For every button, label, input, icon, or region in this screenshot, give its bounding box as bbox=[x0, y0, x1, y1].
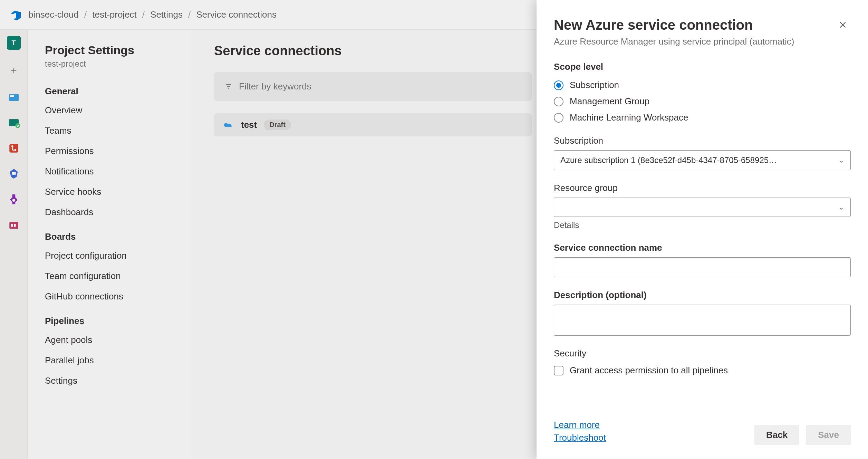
scope-ml-workspace-radio[interactable]: Machine Learning Workspace bbox=[554, 112, 851, 123]
chevron-down-icon: ⌄ bbox=[838, 156, 844, 165]
svg-point-8 bbox=[12, 199, 15, 202]
nav-overview[interactable]: Overview bbox=[45, 105, 176, 116]
add-project-button[interactable]: ＋ bbox=[7, 64, 21, 77]
close-icon bbox=[838, 20, 847, 29]
settings-sidebar: Project Settings test-project General Ov… bbox=[28, 30, 193, 459]
scope-subscription-radio[interactable]: Subscription bbox=[554, 80, 851, 90]
radio-label: Machine Learning Workspace bbox=[570, 112, 688, 123]
breadcrumb-sep: / bbox=[84, 9, 87, 20]
nav-github-connections[interactable]: GitHub connections bbox=[45, 291, 176, 302]
connection-name-label: Service connection name bbox=[554, 242, 851, 253]
icon-rail: T ＋ bbox=[0, 30, 28, 459]
back-button[interactable]: Back bbox=[754, 425, 799, 445]
breadcrumb-sep: / bbox=[188, 9, 191, 20]
connection-name-input[interactable] bbox=[554, 257, 851, 277]
chevron-down-icon: ⌄ bbox=[838, 203, 844, 212]
grant-access-checkbox-row[interactable]: Grant access permission to all pipelines bbox=[554, 365, 851, 376]
breadcrumb-settings[interactable]: Settings bbox=[150, 9, 183, 20]
azure-devops-logo[interactable] bbox=[10, 9, 21, 20]
description-label: Description (optional) bbox=[554, 290, 851, 300]
svg-rect-7 bbox=[12, 172, 16, 175]
checkbox-unchecked-icon bbox=[554, 366, 563, 375]
radio-label: Subscription bbox=[570, 80, 619, 90]
panel-title: New Azure service connection bbox=[554, 17, 794, 33]
resource-group-label: Resource group bbox=[554, 183, 851, 193]
repos-icon[interactable] bbox=[8, 117, 20, 128]
filter-icon bbox=[224, 83, 233, 91]
breadcrumb-sep: / bbox=[142, 9, 145, 20]
nav-teams[interactable]: Teams bbox=[45, 125, 176, 136]
scope-level-label: Scope level bbox=[554, 61, 851, 72]
sidebar-subtitle: test-project bbox=[45, 59, 176, 69]
cloud-icon bbox=[223, 121, 234, 129]
svg-rect-1 bbox=[10, 95, 13, 97]
svg-rect-10 bbox=[11, 224, 13, 227]
breadcrumb-org[interactable]: binsec-cloud bbox=[28, 9, 79, 20]
project-tile[interactable]: T bbox=[7, 36, 21, 50]
svg-rect-4 bbox=[9, 144, 18, 153]
connection-row[interactable]: test Draft bbox=[214, 113, 532, 136]
radio-unchecked-icon bbox=[554, 97, 563, 106]
extensions-icon[interactable] bbox=[8, 219, 20, 231]
learn-more-link[interactable]: Learn more bbox=[554, 420, 606, 430]
nav-project-config[interactable]: Project configuration bbox=[45, 250, 176, 261]
close-button[interactable] bbox=[835, 17, 851, 34]
status-badge: Draft bbox=[264, 119, 291, 130]
checkbox-label: Grant access permission to all pipelines bbox=[570, 365, 728, 376]
test-plans-icon[interactable] bbox=[8, 168, 20, 180]
subscription-select[interactable]: Azure subscription 1 (8e3ce52f-d45b-4347… bbox=[554, 150, 851, 170]
security-label: Security bbox=[554, 348, 851, 359]
radio-label: Management Group bbox=[570, 96, 649, 107]
artifacts-icon[interactable] bbox=[8, 193, 20, 205]
nav-dashboards[interactable]: Dashboards bbox=[45, 207, 176, 218]
breadcrumb-project[interactable]: test-project bbox=[92, 9, 137, 20]
nav-team-config[interactable]: Team configuration bbox=[45, 271, 176, 281]
troubleshoot-link[interactable]: Troubleshoot bbox=[554, 432, 606, 443]
resource-group-select[interactable]: ⌄ bbox=[554, 198, 851, 217]
filter-box[interactable]: Filter by keywords bbox=[214, 72, 532, 101]
nav-pipeline-settings[interactable]: Settings bbox=[45, 375, 176, 386]
nav-parallel-jobs[interactable]: Parallel jobs bbox=[45, 355, 176, 366]
resource-group-helper: Details bbox=[554, 220, 851, 230]
scope-management-group-radio[interactable]: Management Group bbox=[554, 96, 851, 107]
connection-name: test bbox=[241, 119, 257, 130]
nav-notifications[interactable]: Notifications bbox=[45, 166, 176, 177]
svg-rect-11 bbox=[14, 224, 16, 227]
boards-icon[interactable] bbox=[8, 91, 20, 103]
section-general: General bbox=[45, 86, 176, 97]
section-boards: Boards bbox=[45, 231, 176, 242]
panel-subtitle: Azure Resource Manager using service pri… bbox=[554, 36, 794, 48]
filter-placeholder: Filter by keywords bbox=[239, 81, 311, 92]
breadcrumb-page[interactable]: Service connections bbox=[196, 9, 277, 20]
radio-unchecked-icon bbox=[554, 113, 563, 123]
pipelines-icon[interactable] bbox=[8, 142, 20, 154]
subscription-label: Subscription bbox=[554, 135, 851, 146]
breadcrumb: binsec-cloud / test-project / Settings /… bbox=[28, 9, 277, 20]
description-input[interactable] bbox=[554, 305, 851, 336]
sidebar-title: Project Settings bbox=[45, 44, 176, 57]
nav-agent-pools[interactable]: Agent pools bbox=[45, 335, 176, 345]
nav-service-hooks[interactable]: Service hooks bbox=[45, 187, 176, 197]
save-button[interactable]: Save bbox=[806, 425, 851, 445]
subscription-value: Azure subscription 1 (8e3ce52f-d45b-4347… bbox=[560, 155, 777, 165]
nav-permissions[interactable]: Permissions bbox=[45, 146, 176, 156]
radio-checked-icon bbox=[554, 80, 563, 90]
svg-point-5 bbox=[11, 145, 13, 147]
new-connection-panel: New Azure service connection Azure Resou… bbox=[537, 0, 868, 459]
section-pipelines: Pipelines bbox=[45, 316, 176, 326]
svg-point-6 bbox=[14, 149, 16, 151]
